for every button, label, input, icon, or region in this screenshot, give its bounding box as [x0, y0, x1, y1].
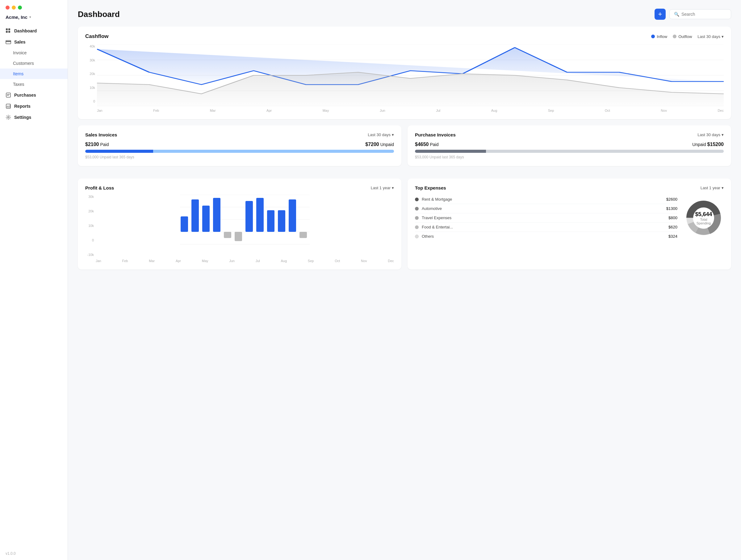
- expense-left-others: Others: [415, 234, 434, 238]
- sidebar-item-taxes[interactable]: Taxes: [0, 79, 68, 89]
- reports-icon: [6, 103, 11, 109]
- pl-bar-mar: [202, 206, 210, 232]
- pl-bar-dec: [299, 232, 307, 238]
- purchase-inv-period-selector[interactable]: Last 30 days ▾: [697, 132, 724, 137]
- expense-row-auto: Automotive $1300: [415, 204, 677, 213]
- cashflow-period-label: Last 30 days: [697, 34, 720, 39]
- pl-header: Profit & Loss Last 1 year ▾: [85, 185, 394, 191]
- sales-inv-unpaid: $7200 Unpaid: [365, 142, 394, 147]
- traffic-light-green[interactable]: [18, 6, 22, 10]
- expense-name-food: Food & Entertai...: [422, 225, 453, 229]
- sidebar-item-sales[interactable]: Sales: [0, 37, 68, 48]
- sales-inv-amounts: $2100 Paid $7200 Unpaid: [85, 142, 394, 147]
- sales-icon: [6, 39, 11, 45]
- pl-bar-may: [224, 232, 231, 238]
- company-selector[interactable]: Acme, Inc ▾: [0, 13, 68, 24]
- pl-period: Last 1 year: [371, 186, 391, 190]
- sidebar-nav: Dashboard Sales Invoice Customers Items …: [0, 24, 68, 547]
- sales-paid-label: Paid: [100, 142, 109, 147]
- pl-bar-oct: [278, 210, 285, 232]
- top-expenses-inner: Rent & Mortgage $2600 Automotive $1300: [415, 195, 724, 241]
- top-expenses-header: Top Expenses Last 1 year ▾: [415, 185, 724, 191]
- sidebar-item-customers[interactable]: Customers: [0, 58, 68, 69]
- expense-dot-rent: [415, 198, 419, 201]
- pl-period-selector[interactable]: Last 1 year ▾: [371, 186, 394, 190]
- page-title: Dashboard: [78, 10, 120, 19]
- legend-outflow: Outflow: [673, 34, 692, 39]
- purchase-inv-paid: $4650 Paid: [415, 142, 439, 147]
- sales-inv-title: Sales Invoices: [85, 132, 117, 137]
- donut-total: $5,644: [694, 211, 714, 217]
- cashflow-legend: Inflow Outflow Last 30 days ▾: [651, 34, 724, 39]
- company-name: Acme, Inc: [6, 14, 27, 20]
- donut-label: Total Spending: [694, 217, 714, 225]
- donut-chart-wrap: $5,644 Total Spending: [684, 198, 724, 238]
- cashflow-card: Cashflow Inflow Outflow Last 30 days ▾ 4…: [78, 26, 731, 119]
- search-box: 🔍: [669, 9, 731, 19]
- sidebar: Acme, Inc ▾ Dashboard Sales Invoice Cust…: [0, 0, 68, 560]
- search-input[interactable]: [681, 12, 727, 17]
- expense-left-auto: Automotive: [415, 206, 442, 211]
- traffic-lights: [0, 0, 68, 13]
- pl-bar-jan: [181, 216, 188, 232]
- expense-left-food: Food & Entertai...: [415, 225, 453, 229]
- sidebar-invoice-label: Invoice: [13, 50, 26, 55]
- svg-rect-4: [6, 41, 11, 44]
- cashflow-title: Cashflow: [85, 33, 109, 40]
- svg-rect-0: [6, 28, 8, 30]
- expense-row-others: Others $324: [415, 232, 677, 241]
- sidebar-item-dashboard[interactable]: Dashboard: [0, 25, 68, 37]
- donut-center: $5,644 Total Spending: [694, 211, 714, 225]
- traffic-light-red[interactable]: [6, 6, 10, 10]
- top-expenses-card: Top Expenses Last 1 year ▾ Rent & Mortga…: [408, 179, 731, 270]
- svg-point-8: [8, 117, 9, 118]
- pl-bar-jul: [246, 201, 253, 232]
- expense-amt-travel: $800: [668, 215, 677, 220]
- cashflow-svg: [97, 45, 724, 106]
- expense-left-rent: Rent & Mortgage: [415, 197, 452, 202]
- sidebar-purchases-label: Purchases: [14, 93, 36, 97]
- sales-inv-bar-paid: [85, 150, 153, 153]
- purchase-paid-amount: $4650: [415, 142, 429, 147]
- svg-rect-5: [6, 41, 11, 42]
- purchase-inv-chevron: ▾: [722, 132, 724, 137]
- expense-name-others: Others: [422, 234, 434, 238]
- cashflow-x-labels: Jan Feb Mar Apr May Jun Jul Aug Sep Oct …: [97, 109, 724, 113]
- sidebar-settings-label: Settings: [14, 115, 31, 120]
- svg-rect-3: [8, 31, 10, 33]
- sales-inv-chevron: ▾: [392, 132, 394, 137]
- expense-amt-rent: $2600: [666, 197, 677, 202]
- traffic-light-yellow[interactable]: [12, 6, 16, 10]
- purchases-icon: [6, 92, 11, 98]
- purchase-inv-bar: [415, 150, 724, 153]
- expense-dot-food: [415, 225, 419, 229]
- sidebar-item-settings[interactable]: Settings: [0, 112, 68, 123]
- pl-bar-jun: [234, 232, 242, 241]
- invoices-row: Sales Invoices Last 30 days ▾ $2100 Paid…: [78, 125, 731, 172]
- grid-icon: [6, 28, 11, 33]
- purchase-inv-header: Purchase Invoices Last 30 days ▾: [415, 132, 724, 137]
- sidebar-item-items[interactable]: Items: [0, 69, 68, 79]
- inflow-label: Inflow: [657, 34, 667, 39]
- sales-inv-period-selector[interactable]: Last 30 days ▾: [368, 132, 394, 137]
- bottom-row: Profit & Loss Last 1 year ▾ 30k 20k 10k …: [78, 179, 731, 276]
- sidebar-customers-label: Customers: [13, 61, 34, 66]
- cashflow-period-selector[interactable]: Last 30 days ▾: [697, 34, 724, 39]
- pl-x-labels: Jan Feb Mar Apr May Jun Jul Aug Sep Oct …: [96, 259, 394, 263]
- expense-amt-food: $620: [668, 225, 677, 229]
- sidebar-item-invoice[interactable]: Invoice: [0, 48, 68, 58]
- expense-name-rent: Rent & Mortgage: [422, 197, 452, 202]
- settings-icon: [6, 115, 11, 120]
- top-expenses-period-selector[interactable]: Last 1 year ▾: [700, 186, 724, 190]
- expense-amt-auto: $1300: [666, 206, 677, 211]
- sidebar-item-purchases[interactable]: Purchases: [0, 89, 68, 100]
- sales-inv-bar: [85, 150, 394, 153]
- sales-inv-note: $53,000 Unpaid last 365 days: [85, 155, 394, 159]
- sidebar-item-reports[interactable]: Reports: [0, 100, 68, 112]
- purchase-inv-period: Last 30 days: [697, 132, 720, 137]
- add-button[interactable]: +: [655, 9, 666, 20]
- sidebar-dashboard-label: Dashboard: [14, 28, 37, 33]
- svg-rect-2: [6, 31, 8, 33]
- purchase-inv-amounts: $4650 Paid Unpaid $15200: [415, 142, 724, 147]
- purchase-inv-unpaid: Unpaid $15200: [692, 142, 724, 147]
